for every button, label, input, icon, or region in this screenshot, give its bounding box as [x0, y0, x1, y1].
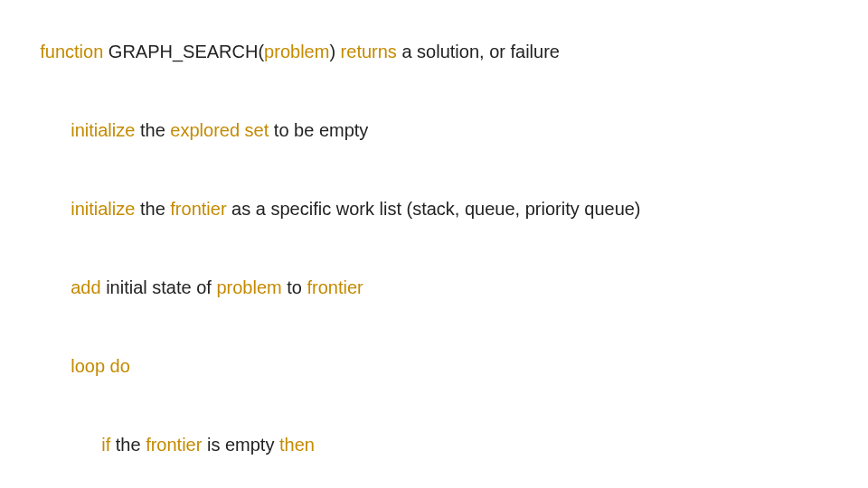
keyword-function: function: [40, 42, 103, 61]
text: GRAPH_SEARCH(: [103, 42, 264, 61]
text: the: [135, 120, 170, 140]
text: the: [135, 199, 170, 219]
ident-frontier: frontier: [170, 199, 226, 219]
pseudocode-line-6: if the frontier is empty then: [20, 406, 859, 484]
ident-problem: problem: [216, 277, 281, 297]
keyword-if: if: [101, 435, 110, 455]
pseudocode-line-7: return failure: [20, 484, 859, 488]
ident-problem: problem: [264, 42, 329, 61]
pseudocode-line-3: initialize the frontier as a specific wo…: [20, 170, 859, 249]
pseudocode-line-4: add initial state of problem to frontier: [20, 249, 859, 327]
pseudocode-line-5: loop do: [20, 327, 859, 406]
ident-frontier: frontier: [146, 435, 202, 455]
keyword-loop-do: loop do: [71, 356, 130, 376]
keyword-initialize: initialize: [71, 199, 135, 219]
text: is empty: [202, 435, 279, 455]
ident-frontier: frontier: [307, 277, 363, 297]
text: the: [110, 435, 146, 455]
text: initial state of: [101, 277, 217, 297]
keyword-initialize: initialize: [71, 120, 135, 140]
pseudocode-line-2: initialize the explored set to be empty: [20, 91, 859, 170]
keyword-then: then: [279, 435, 315, 455]
text: a solution, or failure: [397, 42, 560, 61]
text: to: [282, 277, 307, 297]
text: as a specific work list (stack, queue, p…: [227, 199, 641, 219]
keyword-add: add: [71, 277, 100, 297]
text: to be empty: [269, 120, 368, 140]
pseudocode-block: function GRAPH_SEARCH(problem) returns a…: [0, 0, 868, 488]
text: ): [329, 42, 340, 61]
keyword-returns: returns: [341, 42, 397, 61]
pseudocode-line-1: function GRAPH_SEARCH(problem) returns a…: [20, 13, 859, 91]
ident-explored-set: explored set: [170, 120, 269, 140]
